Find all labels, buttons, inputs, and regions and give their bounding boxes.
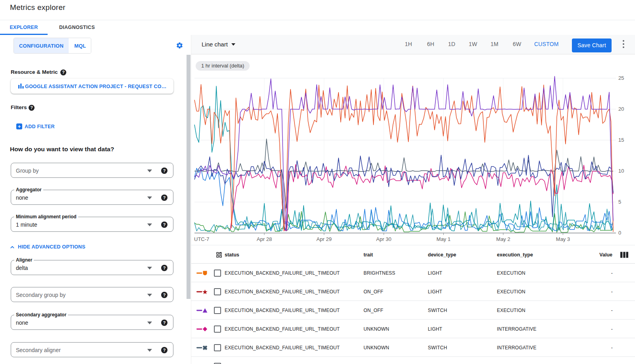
svg-text:15: 15: [618, 137, 624, 143]
svg-text:Apr 30: Apr 30: [376, 236, 391, 242]
svg-text:Apr 28: Apr 28: [257, 236, 272, 242]
svg-text:20: 20: [618, 106, 624, 112]
svg-text:25: 25: [618, 75, 624, 81]
svg-text:May 3: May 3: [556, 236, 570, 242]
svg-text:UTC-7: UTC-7: [194, 236, 209, 242]
svg-text:0: 0: [618, 230, 621, 236]
svg-text:Apr 29: Apr 29: [316, 236, 331, 242]
svg-text:10: 10: [618, 168, 624, 174]
svg-text:May 1: May 1: [437, 236, 450, 242]
svg-text:May 2: May 2: [496, 236, 510, 242]
svg-text:5: 5: [618, 199, 621, 205]
